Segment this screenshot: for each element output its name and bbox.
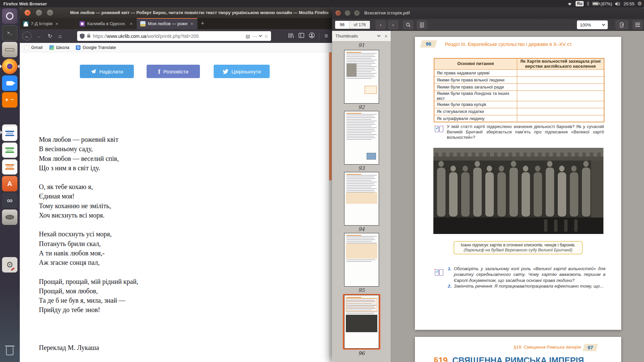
poem-line: Прощай, прощай, мій рідний край,	[39, 277, 138, 286]
thumbnail-94[interactable]	[343, 172, 380, 226]
pdf-titlebar[interactable]: × − ◻ Всесвітня історія.pdf	[332, 7, 644, 19]
charter-question-table: Основні питання Як Хартія вольностей зах…	[434, 58, 604, 122]
sidebar-dropdown-icon[interactable]	[377, 34, 380, 37]
page-number-input[interactable]: 96	[335, 21, 349, 29]
https-lock-icon[interactable]	[87, 34, 91, 39]
page-content: НадіслатиfРозповістиЦвірінькнути Моя люб…	[20, 52, 332, 362]
url-bar[interactable]: https://www.ukrlib.com.ua/world/printit.…	[77, 31, 271, 41]
share-button-twitter[interactable]: Цвірінькнути	[214, 65, 270, 78]
search-button[interactable]	[403, 20, 413, 29]
thumbnail-page-preview[interactable]	[344, 111, 379, 165]
launcher-item-ubuntu-dash[interactable]	[2, 8, 17, 24]
thumbnail-label-91: 91	[332, 42, 391, 49]
annotations-button[interactable]	[417, 20, 427, 29]
bas-relief-photo	[433, 148, 603, 234]
back-button[interactable]: ←	[22, 32, 32, 41]
section-title: §19. СВЯЩЕННА РИМСЬКА ІМПЕРІЯ	[434, 356, 584, 362]
close-button[interactable]: ×	[335, 10, 341, 16]
tab-close-icon[interactable]: ×	[55, 21, 58, 26]
bookmark-star-icon[interactable]: ☆	[264, 34, 268, 39]
thumbnail-label-94: 94	[332, 226, 391, 233]
launcher-item-libreoffice-calc[interactable]	[2, 142, 17, 158]
launcher-item-ubuntu-software[interactable]: A	[2, 176, 17, 191]
focused-indicator	[17, 64, 19, 68]
sidebar-close-icon[interactable]: ×	[385, 34, 387, 39]
thumbnail-93[interactable]	[343, 111, 380, 165]
launcher-item-trash[interactable]	[2, 344, 17, 359]
thumbnail-page-preview[interactable]	[344, 233, 379, 287]
launcher-item-firefox[interactable]	[2, 59, 17, 74]
thumbnail-page-preview[interactable]	[344, 50, 379, 104]
tab-3[interactable]: Моя любов — рожевий×	[137, 18, 198, 29]
launcher-item-calculator[interactable]: + −	[2, 92, 17, 108]
annotate-page-button[interactable]	[615, 20, 628, 29]
launcher-item-emblem-app[interactable]: ∞	[2, 193, 17, 208]
maximize-button[interactable]: ◻	[354, 10, 360, 16]
pocket-icon[interactable]	[259, 34, 262, 37]
zoom-level-dropdown[interactable]: 100%	[577, 20, 608, 29]
pdf-page-96: 96 Розділ ІІІ. Європейське суспільство і…	[415, 37, 621, 330]
sidebar-toggle-icon[interactable]	[299, 33, 304, 39]
bookmark-label: Школа	[56, 45, 69, 50]
table-row: Якими були права Лондона та інших міст	[434, 90, 604, 101]
tab-bar: 7-Д Історія×Калимба в Одессе. Цен×Моя лю…	[20, 18, 332, 29]
task-text: Обговоріть у загальному колі роль «Велик…	[454, 266, 605, 283]
bluetooth-icon[interactable]	[587, 1, 589, 6]
maximize-button[interactable]: ◻	[47, 10, 53, 16]
reload-button[interactable]: ↻	[46, 32, 54, 41]
thumbnail-96-selected[interactable]	[343, 294, 380, 350]
minimize-button[interactable]: −	[345, 10, 350, 16]
thumbnail-92[interactable]	[343, 50, 380, 104]
forward-button[interactable]: →	[35, 32, 43, 41]
launcher-item-libreoffice-impress[interactable]	[2, 159, 17, 175]
gtranslate-icon: G	[76, 45, 80, 50]
next-page-button[interactable]: ›	[388, 20, 398, 29]
tab-1[interactable]: 7-Д Історія×	[20, 18, 76, 29]
pdf-page-view[interactable]: 96 Розділ ІІІ. Європейське суспільство і…	[391, 31, 644, 362]
session-gear-icon[interactable]: ⚙	[638, 1, 642, 7]
volume-icon[interactable]	[615, 2, 621, 6]
launcher-item-system-settings[interactable]: ⚙	[2, 257, 17, 273]
library-icon[interactable]	[288, 33, 294, 40]
thumbnail-list: 919293949596	[332, 42, 391, 357]
account-icon[interactable]	[309, 33, 315, 40]
menu-hamburger-icon[interactable]: ≡	[324, 33, 328, 40]
tab-favicon-icon	[23, 21, 29, 26]
new-tab-button[interactable]: +	[198, 18, 208, 29]
thumbnail-95[interactable]	[343, 233, 380, 287]
tab-close-icon[interactable]: ×	[130, 21, 132, 26]
clock[interactable]: 20:55	[624, 1, 635, 6]
launcher-item-zoom-app[interactable]	[2, 75, 17, 91]
reader-mode-icon[interactable]: ▤	[246, 34, 250, 39]
previous-page-button[interactable]: ‹	[376, 20, 386, 29]
tracking-protection-shield-icon[interactable]	[80, 34, 85, 39]
keyboard-layout-indicator[interactable]: Ru	[576, 1, 584, 6]
url-text[interactable]: https://www.ukrlib.com.ua/world/printit.…	[93, 34, 243, 39]
tab-2[interactable]: Калимба в Одессе. Цен×	[76, 18, 137, 29]
bookmark-school[interactable]: Школа	[49, 45, 69, 50]
thumbnail-page-preview[interactable]	[344, 172, 379, 226]
thumbnail-page-preview[interactable]	[344, 295, 379, 349]
launcher-item-file-manager[interactable]	[2, 42, 17, 57]
page-number-badge: 97	[583, 344, 598, 351]
launcher-item-terminal[interactable]: >_	[2, 25, 17, 41]
share-button-telegram[interactable]: Надіслати	[80, 65, 134, 78]
launcher-item-libreoffice-writer[interactable]	[2, 126, 17, 141]
window-title: Моя любов — рожевий квіт — Роберт Бернс,…	[70, 7, 328, 18]
bookmark-gtranslate[interactable]: GGoogle Translate	[76, 45, 116, 50]
page-actions-icon[interactable]: ⋯	[252, 34, 257, 39]
battery-indicator[interactable]: (87%)	[592, 1, 612, 6]
firefox-titlebar[interactable]: × − ◻ Моя любов — рожевий квіт — Роберт …	[20, 7, 332, 18]
tab-close-icon[interactable]: ×	[191, 21, 193, 26]
home-button[interactable]: ⌂	[56, 32, 64, 41]
close-button[interactable]: ×	[24, 10, 31, 16]
table-row: Якими були права вільної людини	[434, 76, 604, 83]
wifi-icon[interactable]	[567, 2, 573, 6]
launcher-item-disks[interactable]	[2, 209, 17, 225]
minimize-button[interactable]: −	[36, 10, 42, 16]
share-button-facebook[interactable]: fРозповісти	[147, 65, 200, 78]
bookmark-gmail[interactable]: MGmail	[24, 45, 43, 50]
thumbnail-label-92: 92	[332, 104, 391, 111]
scrollbar-thumb[interactable]	[329, 52, 332, 180]
pdf-menu-hamburger-icon[interactable]	[633, 20, 643, 29]
